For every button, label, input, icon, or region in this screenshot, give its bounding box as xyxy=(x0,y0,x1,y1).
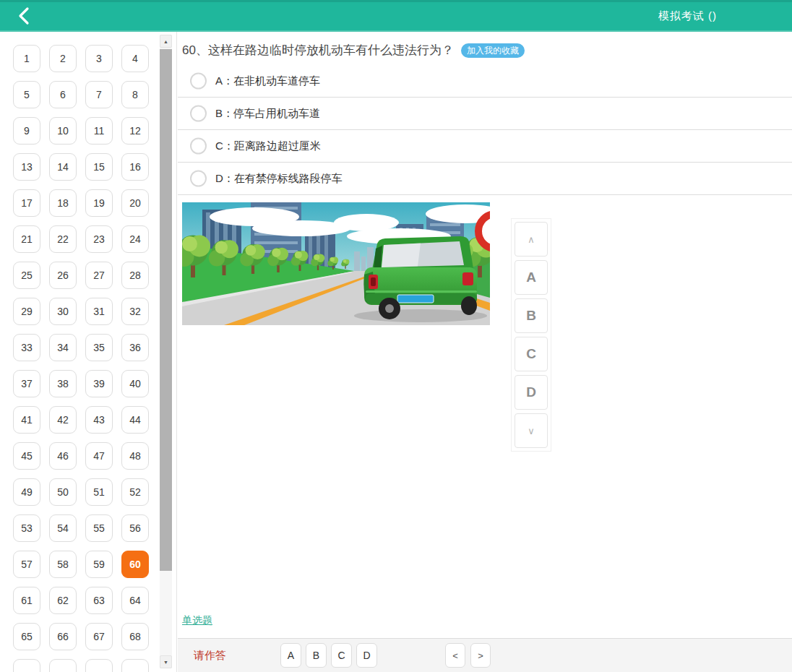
question-number-37[interactable]: 37 xyxy=(13,370,40,397)
question-number-35[interactable]: 35 xyxy=(85,334,113,361)
add-to-favorites-button[interactable]: 加入我的收藏 xyxy=(461,43,525,58)
question-number-26[interactable]: 26 xyxy=(49,262,77,289)
question-number-64[interactable]: 64 xyxy=(121,587,149,614)
question-number-36[interactable]: 36 xyxy=(121,334,149,361)
sidebar-scrollbar[interactable]: ▲ ▼ xyxy=(160,35,172,668)
question-number-28[interactable]: 28 xyxy=(121,262,149,289)
question-number-34[interactable]: 34 xyxy=(49,334,77,361)
panel-option-a-button[interactable]: A xyxy=(515,260,548,295)
previous-question-button[interactable]: < xyxy=(445,643,465,668)
question-number-11[interactable]: 11 xyxy=(85,117,113,145)
option-row-a[interactable]: A：在非机动车道停车 xyxy=(178,65,792,98)
question-number-45[interactable]: 45 xyxy=(13,442,40,470)
panel-up-button[interactable]: ∧ xyxy=(515,222,548,257)
question-type-link[interactable]: 单选题 xyxy=(182,614,212,627)
question-number-47[interactable]: 47 xyxy=(85,442,113,470)
panel-option-c-button[interactable]: C xyxy=(515,337,548,371)
question-number-19[interactable]: 19 xyxy=(85,189,113,217)
question-number-67[interactable]: 67 xyxy=(85,623,113,650)
question-number-42[interactable]: 42 xyxy=(49,406,77,434)
question-number-12[interactable]: 12 xyxy=(121,117,149,145)
question-number-29[interactable]: 29 xyxy=(13,298,40,325)
question-number-18[interactable]: 18 xyxy=(49,189,77,217)
question-number-7[interactable]: 7 xyxy=(85,81,113,108)
question-number-5[interactable]: 5 xyxy=(13,81,40,108)
question-number-16[interactable]: 16 xyxy=(121,153,149,181)
question-number-65[interactable]: 65 xyxy=(13,623,40,650)
question-number-43[interactable]: 43 xyxy=(85,406,113,434)
question-number-52[interactable]: 52 xyxy=(121,478,149,506)
question-number-49[interactable]: 49 xyxy=(13,478,40,506)
answer-b-button[interactable]: B xyxy=(306,643,327,668)
next-question-button[interactable]: > xyxy=(470,643,491,668)
question-number-30[interactable]: 30 xyxy=(49,298,77,325)
question-number-17[interactable]: 17 xyxy=(13,189,40,217)
question-number-55[interactable]: 55 xyxy=(85,514,113,542)
question-number-22[interactable]: 22 xyxy=(49,225,77,253)
option-row-b[interactable]: B：停车占用机动车道 xyxy=(178,98,792,130)
question-number-8[interactable]: 8 xyxy=(121,81,149,108)
question-number-1[interactable]: 1 xyxy=(13,45,40,72)
answer-a-button[interactable]: A xyxy=(280,643,301,668)
question-number-partial[interactable] xyxy=(49,659,77,672)
question-number-40[interactable]: 40 xyxy=(121,370,149,397)
question-number-13[interactable]: 13 xyxy=(13,153,40,181)
question-number-46[interactable]: 46 xyxy=(49,442,77,470)
question-number-25[interactable]: 25 xyxy=(13,262,40,289)
question-number-6[interactable]: 6 xyxy=(49,81,77,108)
radio-button-b[interactable] xyxy=(190,105,207,122)
answer-c-button[interactable]: C xyxy=(331,643,352,668)
question-number-61[interactable]: 61 xyxy=(13,587,40,614)
question-number-66[interactable]: 66 xyxy=(49,623,77,650)
question-number-50[interactable]: 50 xyxy=(49,478,77,506)
question-number-54[interactable]: 54 xyxy=(49,514,77,542)
question-number-57[interactable]: 57 xyxy=(13,551,40,578)
question-number-56[interactable]: 56 xyxy=(121,514,149,542)
question-number-48[interactable]: 48 xyxy=(121,442,149,470)
question-number-68[interactable]: 68 xyxy=(121,623,149,650)
question-number-59[interactable]: 59 xyxy=(85,551,113,578)
question-number-44[interactable]: 44 xyxy=(121,406,149,434)
question-number-51[interactable]: 51 xyxy=(85,478,113,506)
question-number-41[interactable]: 41 xyxy=(13,406,40,434)
question-number-33[interactable]: 33 xyxy=(13,334,40,361)
question-number-2[interactable]: 2 xyxy=(49,45,77,72)
question-number-partial[interactable] xyxy=(121,659,149,672)
question-number-15[interactable]: 15 xyxy=(85,153,113,181)
question-number-partial[interactable] xyxy=(85,659,113,672)
scroll-down-icon[interactable]: ▼ xyxy=(160,655,172,668)
question-number-9[interactable]: 9 xyxy=(13,117,40,145)
question-number-3[interactable]: 3 xyxy=(85,45,113,72)
question-number-38[interactable]: 38 xyxy=(49,370,77,397)
question-number-23[interactable]: 23 xyxy=(85,225,113,253)
question-number-14[interactable]: 14 xyxy=(49,153,77,181)
option-row-d[interactable]: D：在有禁停标线路段停车 xyxy=(178,163,792,195)
panel-down-button[interactable]: ∨ xyxy=(515,413,548,448)
question-number-21[interactable]: 21 xyxy=(13,225,40,253)
question-number-31[interactable]: 31 xyxy=(85,298,113,325)
option-row-c[interactable]: C：距离路边超过厘米 xyxy=(178,130,792,163)
panel-option-b-button[interactable]: B xyxy=(515,298,548,333)
question-number-24[interactable]: 24 xyxy=(121,225,149,253)
question-number-62[interactable]: 62 xyxy=(49,587,77,614)
scroll-up-icon[interactable]: ▲ xyxy=(160,35,172,48)
back-button[interactable] xyxy=(14,6,35,26)
question-number-39[interactable]: 39 xyxy=(85,370,113,397)
radio-button-a[interactable] xyxy=(190,73,207,90)
radio-button-c[interactable] xyxy=(190,138,207,155)
question-number-60[interactable]: 60 xyxy=(121,551,149,578)
question-number-partial[interactable] xyxy=(13,659,40,672)
question-number-10[interactable]: 10 xyxy=(49,117,77,145)
question-number-20[interactable]: 20 xyxy=(121,189,149,217)
radio-button-d[interactable] xyxy=(190,171,207,187)
question-number-63[interactable]: 63 xyxy=(85,587,113,614)
question-number-4[interactable]: 4 xyxy=(121,45,149,72)
question-number-27[interactable]: 27 xyxy=(85,262,113,289)
question-number-58[interactable]: 58 xyxy=(49,551,77,578)
question-number-53[interactable]: 53 xyxy=(13,514,40,542)
option-label-a: A：在非机动车道停车 xyxy=(215,74,320,88)
answer-d-button[interactable]: D xyxy=(356,643,377,668)
scrollbar-thumb[interactable] xyxy=(160,49,172,571)
panel-option-d-button[interactable]: D xyxy=(515,375,548,410)
question-number-32[interactable]: 32 xyxy=(121,298,149,325)
